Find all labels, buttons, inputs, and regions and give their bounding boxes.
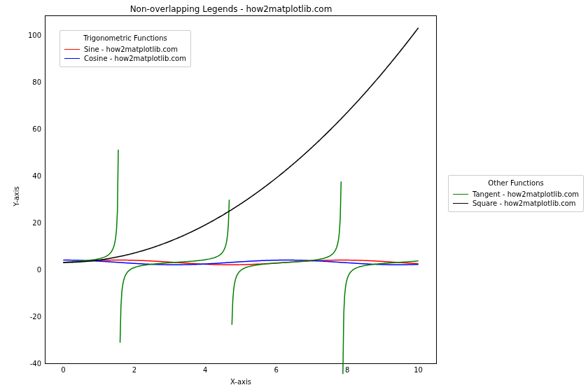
y-axis-label: Y-axis xyxy=(11,0,21,392)
ytick-label: 100 xyxy=(20,31,46,38)
ytick-label: 40 xyxy=(20,172,46,179)
xtick-label: 6 xyxy=(274,363,279,374)
legend-swatch xyxy=(64,58,80,59)
xtick-label: 0 xyxy=(61,363,65,374)
legend-other: Other Functions Tangent - how2matplotlib… xyxy=(448,175,584,212)
legend-swatch xyxy=(453,203,468,204)
legend-trig: Trigonometric Functions Sine - how2matpl… xyxy=(59,30,191,67)
ytick-label: -40 xyxy=(20,360,46,368)
xtick-label: 2 xyxy=(132,363,136,374)
legend-swatch xyxy=(64,49,80,50)
legend-title: Other Functions xyxy=(453,178,579,188)
ytick-label: 60 xyxy=(20,125,46,132)
chart-figure: Non-overlapping Legends - how2matplotlib… xyxy=(0,0,588,392)
legend-title: Trigonometric Functions xyxy=(64,34,186,43)
ytick-label: 20 xyxy=(20,218,46,226)
plot-area xyxy=(46,16,436,363)
legend-label: Cosine - how2matplotlib.com xyxy=(84,54,186,64)
legend-label: Tangent - how2matplotlib.com xyxy=(472,190,579,200)
legend-label: Square - how2matplotlib.com xyxy=(472,199,576,209)
xtick-label: 4 xyxy=(203,363,207,374)
chart-title: Non-overlapping Legends - how2matplotlib… xyxy=(0,4,462,14)
xtick-label: 8 xyxy=(345,363,349,374)
legend-swatch xyxy=(453,194,468,195)
axes: -40 -20 0 20 40 60 80 100 0 2 4 6 8 10 T… xyxy=(45,15,437,364)
legend-item: Sine - how2matplotlib.com xyxy=(64,45,186,55)
ytick-label: 80 xyxy=(20,78,46,85)
legend-item: Cosine - how2matplotlib.com xyxy=(64,54,186,64)
x-axis-label: X-axis xyxy=(45,378,437,386)
xtick-label: 10 xyxy=(414,363,423,374)
legend-label: Sine - how2matplotlib.com xyxy=(84,45,178,55)
legend-item: Tangent - how2matplotlib.com xyxy=(453,190,579,200)
ytick-label: 0 xyxy=(20,265,46,273)
legend-item: Square - how2matplotlib.com xyxy=(453,199,579,209)
ytick-label: -20 xyxy=(20,312,46,320)
